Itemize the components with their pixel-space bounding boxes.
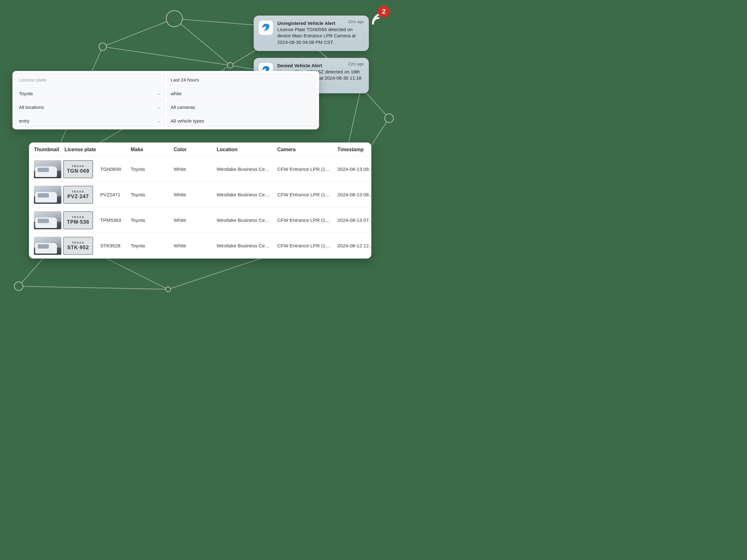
table-row[interactable]: TEXAS STK·952 STK9528 Toyota White Westl… [29,233,371,259]
cell-timestamp: 2024-08-13 07:… [337,217,371,223]
svg-point-8 [385,114,393,123]
filter-value: Last 24 hours [171,77,199,82]
filter-value: entry [19,118,29,124]
notification-card[interactable]: Unregistered Vehicle Alert License Plate… [254,16,369,51]
cell-make: Toyota [131,192,174,197]
filter-panel: License plate Last 24 hours Toyota ⌄ whi… [12,71,319,129]
filter-vehicle-types[interactable]: All vehicle types [167,114,317,127]
notification-time: 22m ago [348,61,364,66]
filter-value: Toyota [19,91,33,96]
results-table: Thumbnail License plate Make Color Locat… [29,142,371,259]
svg-point-5 [228,62,233,68]
cell-camera: CFW Entrance LPR (1… [277,192,337,197]
filter-placeholder: License plate [19,77,46,82]
thumbnail-pair: TEXAS TPM·536 [34,211,98,229]
thumbnail-pair: TEXAS PVZ·247 [34,186,98,204]
cell-camera: CFW Entrance LPR (1… [277,166,337,172]
plate-thumbnail: TEXAS STK·952 [63,237,93,255]
plate-thumbnail: TEXAS PVZ·247 [63,186,93,204]
chevron-down-icon: ⌄ [157,105,161,109]
col-timestamp: Timestamp [337,147,371,153]
notification-body: License Plate TGN0599 detected on device… [277,26,363,46]
cell-license-plate: TPM5363 [100,217,131,223]
svg-point-4 [166,10,182,27]
notification-count-badge: 2 [378,6,390,18]
vehicle-thumbnail [34,160,61,178]
svg-point-0 [14,282,23,291]
filter-cameras[interactable]: All cameras [167,101,317,113]
chevron-down-icon: ⌄ [157,91,161,96]
chevron-down-icon: ⌄ [157,118,161,123]
cell-make: Toyota [131,217,174,223]
thumbnail-pair: TEXAS STK·952 [34,237,98,255]
cell-make: Toyota [131,243,174,248]
cell-color: White [174,192,216,197]
filter-time-range[interactable]: Last 24 hours [167,74,317,86]
cell-location: Westlake Business Ce… [216,217,277,223]
notification-time: 22m ago [348,19,364,24]
app-icon [259,21,273,35]
cell-timestamp: 2024-08-13 08:… [337,192,371,197]
cell-license-plate: STK9528 [100,243,131,248]
filter-value: All locations [19,105,44,110]
cell-make: Toyota [131,166,174,172]
vehicle-thumbnail [34,186,61,204]
col-color: Color [174,147,216,153]
cell-color: White [174,217,216,223]
col-camera: Camera [277,147,337,153]
table-row[interactable]: TEXAS TGN·069 TGN0699 Toyota White Westl… [29,157,371,182]
filter-color[interactable]: white [167,87,317,100]
cell-license-plate: PVZ2471 [100,192,131,197]
table-row[interactable]: TEXAS TPM·536 TPM5363 Toyota White Westl… [29,208,371,233]
plate-thumbnail: TEXAS TGN·069 [63,160,93,178]
cell-camera: CFW Entrance LPR (1… [277,217,337,223]
thumbnail-pair: TEXAS TGN·069 [34,160,98,178]
filter-locations[interactable]: All locations ⌄ [15,101,165,113]
filter-make[interactable]: Toyota ⌄ [15,87,165,100]
filter-value: All cameras [171,105,195,110]
table-row[interactable]: TEXAS PVZ·247 PVZ2471 Toyota White Westl… [29,182,371,208]
filter-value: All vehicle types [171,118,205,124]
col-thumbnail: Thumbnail [34,147,65,153]
vehicle-thumbnail [34,237,61,255]
cell-location: Westlake Business Ce… [216,192,277,197]
cell-camera: CFW Entrance LPR (1… [277,243,337,248]
filter-value: white [171,91,182,96]
col-license-plate: License plate [65,147,100,153]
col-make: Make [131,147,174,153]
svg-point-3 [99,43,106,50]
filter-license-plate[interactable]: License plate [15,74,165,86]
vehicle-thumbnail [34,211,61,229]
cell-location: Westlake Business Ce… [216,166,277,172]
cell-color: White [174,166,216,172]
svg-point-11 [165,287,171,292]
col-location: Location [216,147,277,153]
table-header: Thumbnail License plate Make Color Locat… [29,142,371,157]
cell-color: White [174,243,216,248]
cell-timestamp: 2024-08-12 12:… [337,243,371,248]
cell-license-plate: TGN0699 [100,166,131,172]
signal-badge: 2 [368,9,386,27]
plate-thumbnail: TEXAS TPM·536 [63,211,93,229]
cell-location: Westlake Business Ce… [216,243,277,248]
cell-timestamp: 2024-08-13 09:… [337,166,371,172]
filter-direction[interactable]: entry ⌄ [15,114,165,127]
